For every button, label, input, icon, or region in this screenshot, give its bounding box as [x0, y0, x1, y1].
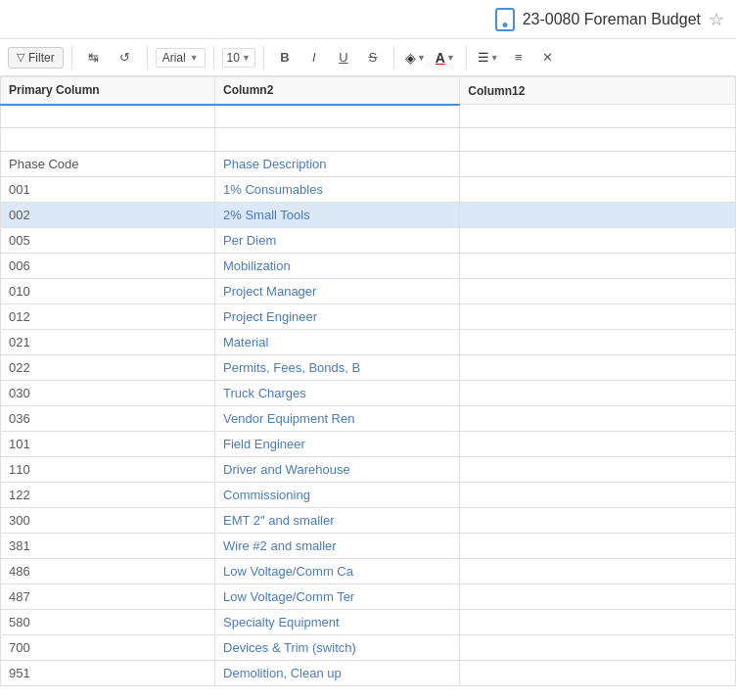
cell-r21-c0[interactable]: 700	[1, 635, 215, 661]
italic-button[interactable]: I	[301, 45, 327, 70]
table-row[interactable]: 012Project Engineer	[1, 304, 736, 330]
font-size-selector[interactable]: 10 ▼	[222, 48, 255, 68]
cell-r17-c0[interactable]: 381	[1, 534, 215, 559]
cell-r20-c0[interactable]: 580	[1, 610, 215, 635]
star-icon[interactable]: ☆	[709, 9, 724, 30]
table-row[interactable]: 030Truck Charges	[1, 381, 736, 406]
table-row[interactable]: Phase CodePhase Description	[1, 152, 736, 177]
cell-r17-c1[interactable]: Wire #2 and smaller	[215, 534, 460, 559]
filter-button[interactable]: ▽ Filter	[8, 47, 64, 69]
cell-r22-c0[interactable]: 951	[1, 661, 215, 686]
cell-r0-c1[interactable]	[215, 105, 460, 128]
cell-r16-c2[interactable]	[460, 508, 736, 534]
cell-r10-c1[interactable]: Permits, Fees, Bonds, B	[215, 355, 460, 381]
cell-r21-c2[interactable]	[460, 635, 736, 661]
table-row[interactable]: 381Wire #2 and smaller	[1, 534, 736, 559]
align2-button[interactable]: ≡	[506, 45, 531, 70]
cell-r5-c0[interactable]: 005	[1, 228, 215, 254]
cell-r20-c2[interactable]	[460, 610, 736, 635]
table-row[interactable]	[1, 105, 736, 128]
cell-r12-c0[interactable]: 036	[1, 406, 215, 432]
cell-r9-c2[interactable]	[460, 330, 736, 355]
cell-r13-c1[interactable]: Field Engineer	[215, 432, 460, 457]
table-row[interactable]: 022Permits, Fees, Bonds, B	[1, 355, 736, 381]
cell-r6-c1[interactable]: Mobilization	[215, 254, 460, 279]
cell-r15-c1[interactable]: Commissioning	[215, 483, 460, 508]
table-row[interactable]: 006Mobilization	[1, 254, 736, 279]
cell-r20-c1[interactable]: Specialty Equipment	[215, 610, 460, 635]
cell-r6-c2[interactable]	[460, 254, 736, 279]
cell-r1-c2[interactable]	[460, 128, 736, 152]
table-row[interactable]: 0022% Small Tools	[1, 203, 736, 228]
cell-r9-c1[interactable]: Material	[215, 330, 460, 355]
strikethrough-button[interactable]: S	[360, 45, 386, 70]
col-header-2[interactable]: Column2	[215, 77, 460, 105]
cell-r21-c1[interactable]: Devices & Trim (switch)	[215, 635, 460, 661]
cell-r12-c2[interactable]	[460, 406, 736, 432]
cell-r5-c2[interactable]	[460, 228, 736, 254]
cell-r18-c0[interactable]: 486	[1, 559, 215, 584]
text-color-button[interactable]: A ▼	[433, 48, 458, 68]
table-row[interactable]: 951Demolition, Clean up	[1, 661, 736, 686]
table-row[interactable]: 486Low Voltage/Comm Ca	[1, 559, 736, 584]
font-selector[interactable]: Arial ▼	[156, 48, 206, 68]
cell-r4-c0[interactable]: 002	[1, 203, 215, 228]
cell-r2-c2[interactable]	[460, 152, 736, 177]
underline-button[interactable]: U	[331, 45, 356, 70]
cell-r1-c1[interactable]	[215, 128, 460, 152]
cell-r19-c1[interactable]: Low Voltage/Comm Ter	[215, 584, 460, 610]
table-row[interactable]: 580Specialty Equipment	[1, 610, 736, 635]
cell-r14-c1[interactable]: Driver and Warehouse	[215, 457, 460, 483]
cell-r14-c2[interactable]	[460, 457, 736, 483]
table-row[interactable]: 005Per Diem	[1, 228, 736, 254]
cell-r2-c0[interactable]: Phase Code	[1, 152, 215, 177]
cell-r11-c1[interactable]: Truck Charges	[215, 381, 460, 406]
table-row[interactable]: 010Project Manager	[1, 279, 736, 304]
table-row[interactable]: 036Vendor Equipment Ren	[1, 406, 736, 432]
spreadsheet-container[interactable]: Primary Column Column2 Column12 Phase Co…	[0, 76, 736, 700]
cell-r14-c0[interactable]: 110	[1, 457, 215, 483]
cell-r4-c1[interactable]: 2% Small Tools	[215, 203, 460, 228]
cell-r0-c2[interactable]	[460, 105, 736, 128]
cell-r16-c0[interactable]: 300	[1, 508, 215, 534]
table-row[interactable]: 110Driver and Warehouse	[1, 457, 736, 483]
cell-r8-c0[interactable]: 012	[1, 304, 215, 330]
cell-r17-c2[interactable]	[460, 534, 736, 559]
align-button[interactable]: ☰ ▼	[475, 48, 502, 67]
table-row[interactable]: 0011% Consumables	[1, 177, 736, 203]
table-row[interactable]: 101Field Engineer	[1, 432, 736, 457]
fill-color-button[interactable]: ◈ ▼	[402, 48, 429, 68]
table-row[interactable]: 487Low Voltage/Comm Ter	[1, 584, 736, 610]
cell-r9-c0[interactable]: 021	[1, 330, 215, 355]
bold-button[interactable]: B	[272, 45, 298, 70]
cell-r5-c1[interactable]: Per Diem	[215, 228, 460, 254]
table-row[interactable]: 300EMT 2" and smaller	[1, 508, 736, 534]
indent-left-button[interactable]: ↹	[80, 45, 108, 70]
cell-r3-c1[interactable]: 1% Consumables	[215, 177, 460, 203]
cell-r4-c2[interactable]	[460, 203, 736, 228]
cell-r8-c2[interactable]	[460, 304, 736, 330]
cell-r0-c0[interactable]	[1, 105, 215, 128]
cell-r7-c0[interactable]: 010	[1, 279, 215, 304]
cell-r22-c2[interactable]	[460, 661, 736, 686]
table-row[interactable]: 021Material	[1, 330, 736, 355]
table-row[interactable]: 122Commissioning	[1, 483, 736, 508]
cell-r12-c1[interactable]: Vendor Equipment Ren	[215, 406, 460, 432]
col-header-12[interactable]: Column12	[460, 77, 736, 105]
cell-r6-c0[interactable]: 006	[1, 254, 215, 279]
cell-r11-c2[interactable]	[460, 381, 736, 406]
cell-r8-c1[interactable]: Project Engineer	[215, 304, 460, 330]
cell-r3-c0[interactable]: 001	[1, 177, 215, 203]
cell-r13-c0[interactable]: 101	[1, 432, 215, 457]
cell-r10-c0[interactable]: 022	[1, 355, 215, 381]
table-row[interactable]	[1, 128, 736, 152]
cell-r2-c1[interactable]: Phase Description	[215, 152, 460, 177]
cell-r13-c2[interactable]	[460, 432, 736, 457]
table-row[interactable]: 700Devices & Trim (switch)	[1, 635, 736, 661]
cell-r15-c0[interactable]: 122	[1, 483, 215, 508]
cell-r16-c1[interactable]: EMT 2" and smaller	[215, 508, 460, 534]
cell-r10-c2[interactable]	[460, 355, 736, 381]
indent-right-button[interactable]: ↺	[112, 45, 139, 70]
cell-r18-c2[interactable]	[460, 559, 736, 584]
cell-r7-c1[interactable]: Project Manager	[215, 279, 460, 304]
